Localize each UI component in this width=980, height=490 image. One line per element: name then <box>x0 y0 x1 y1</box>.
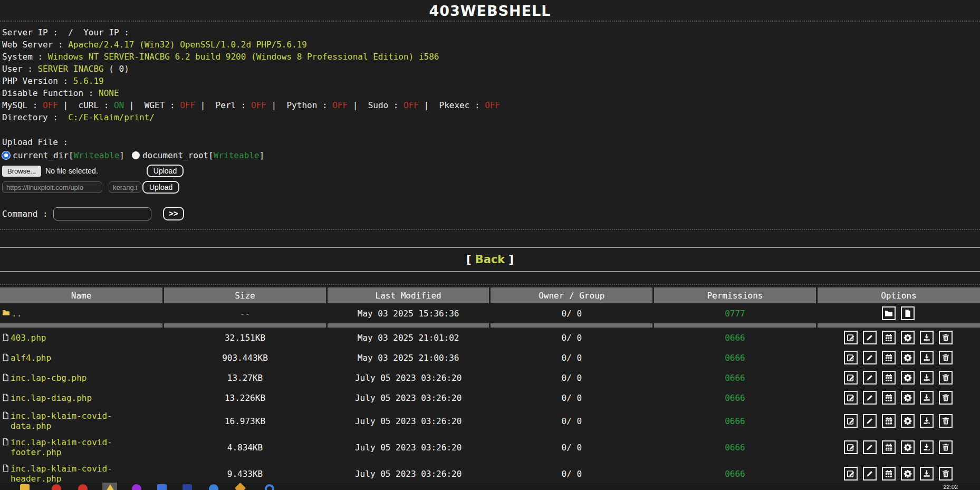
file-link[interactable]: inc.lap-klaim-covid-data.php <box>11 411 136 431</box>
calendar-icon-button[interactable] <box>882 440 896 454</box>
parent-dir-link[interactable]: .. <box>12 309 22 319</box>
file-link[interactable]: inc.lap-klaim-covid-header.php <box>11 464 136 484</box>
calendar-icon-button[interactable] <box>882 391 896 405</box>
file-outline-icon <box>2 437 9 446</box>
calendar-icon-button[interactable] <box>882 467 896 481</box>
taskbar-clock[interactable]: 22:02 <box>943 484 958 490</box>
edit-icon-button[interactable] <box>844 440 858 454</box>
gear-icon-button[interactable] <box>901 331 915 344</box>
radio-current_dir[interactable]: current_dir [ Writeable] <box>2 150 124 160</box>
trash-icon-button[interactable] <box>939 351 953 364</box>
calendar-icon-button[interactable] <box>882 371 896 385</box>
taskbar-app-icon[interactable] <box>235 483 246 490</box>
trash-icon-button[interactable] <box>939 331 953 344</box>
trash-icon-button[interactable] <box>939 414 953 428</box>
options-cell <box>816 303 980 323</box>
download-icon-button[interactable] <box>920 467 934 481</box>
file-link[interactable]: inc.lap-klaim-covid-footer.php <box>11 437 136 457</box>
trash-icon-button[interactable] <box>939 391 953 405</box>
gear-icon-button[interactable] <box>901 391 915 405</box>
download-icon-button[interactable] <box>920 371 934 385</box>
table-separator-row <box>0 323 980 328</box>
taskbar-app-icon[interactable] <box>209 484 218 490</box>
pencil-icon <box>866 417 874 425</box>
taskbar-app-icon[interactable] <box>265 484 274 490</box>
taskbar-app-icon[interactable] <box>78 484 88 490</box>
pencil-icon-button[interactable] <box>863 371 877 385</box>
command-row: Command : >> <box>0 207 980 229</box>
edit-icon-button[interactable] <box>844 331 858 344</box>
file-link[interactable]: 403.php <box>11 333 46 343</box>
calendar-icon-button[interactable] <box>882 414 896 428</box>
gear-icon-button[interactable] <box>901 351 915 364</box>
taskbar-app-icon[interactable] <box>20 484 30 490</box>
edit-icon-button[interactable] <box>844 467 858 481</box>
info-line: Server IP : / Your IP : <box>2 26 980 39</box>
edit-icon-button[interactable] <box>844 414 858 428</box>
remote-filename-input[interactable] <box>109 181 141 193</box>
trash-icon-button[interactable] <box>939 467 953 481</box>
gear-icon-button[interactable] <box>901 371 915 385</box>
file-icon-button[interactable] <box>901 306 915 320</box>
pencil-icon-button[interactable] <box>863 331 877 344</box>
radio-button-icon[interactable] <box>2 151 10 159</box>
gear-icon-button[interactable] <box>901 467 915 481</box>
back-bracket-close: ] <box>508 253 514 266</box>
upload-url-button[interactable]: Upload <box>142 181 179 194</box>
gear-icon-button[interactable] <box>901 414 915 428</box>
modified-cell: July 05 2023 03:26:20 <box>326 408 490 434</box>
trash-icon-button[interactable] <box>939 440 953 454</box>
file-table: NameSizeLast ModifiedOwner / GroupPermis… <box>0 287 980 490</box>
command-input[interactable] <box>53 207 151 220</box>
download-icon-button[interactable] <box>920 331 934 344</box>
calendar-icon-button[interactable] <box>882 351 896 364</box>
pencil-icon <box>866 333 874 342</box>
edit-icon-button[interactable] <box>844 351 858 364</box>
download-icon-button[interactable] <box>920 440 934 454</box>
folder-icon-button[interactable] <box>882 306 896 320</box>
edit-icon-button[interactable] <box>844 391 858 405</box>
pencil-icon-button[interactable] <box>863 414 877 428</box>
file-link[interactable]: alf4.php <box>11 353 51 363</box>
name-cell: inc.lap-klaim-covid-data.php <box>0 408 164 434</box>
upload-section: Upload File : current_dir [ Writeable]do… <box>0 136 980 194</box>
taskbar-app-icon[interactable] <box>157 484 167 490</box>
trash-icon <box>941 469 950 478</box>
owner-cell: 0/ 0 <box>490 408 654 434</box>
file-link[interactable]: inc.lap-cbg.php <box>11 373 87 383</box>
file-outline-icon <box>2 373 9 382</box>
file-link[interactable]: inc.lap-diag.php <box>11 393 92 403</box>
trash-icon <box>941 443 950 451</box>
taskbar-app-icon[interactable] <box>52 484 61 490</box>
size-cell: 13.226KB <box>164 388 327 408</box>
taskbar-app-icon[interactable] <box>182 484 192 490</box>
remote-url-input[interactable] <box>2 181 102 193</box>
edit-icon-button[interactable] <box>844 371 858 385</box>
back-link[interactable]: Back <box>475 253 505 266</box>
taskbar-app-icon[interactable] <box>132 484 141 490</box>
command-execute-button[interactable]: >> <box>163 207 184 220</box>
table-row: inc.lap-cbg.php13.27KBJuly 05 2023 03:26… <box>0 368 980 388</box>
download-icon-button[interactable] <box>920 351 934 364</box>
pencil-icon-button[interactable] <box>863 391 877 405</box>
pencil-icon-button[interactable] <box>863 440 877 454</box>
column-header: Options <box>816 287 980 303</box>
gear-icon <box>904 443 912 451</box>
browse-button[interactable]: Browse... <box>2 166 41 177</box>
download-icon-button[interactable] <box>920 414 934 428</box>
radio-document_root[interactable]: document_root [ Writeable] <box>132 150 264 160</box>
radio-button-icon[interactable] <box>132 151 140 159</box>
pencil-icon-button[interactable] <box>863 351 877 364</box>
owner-cell: 0/ 0 <box>490 368 654 388</box>
parent-dir-row: ..--May 03 2025 15:36:360/ 00777 <box>0 303 980 323</box>
download-icon-button[interactable] <box>920 391 934 405</box>
trash-icon-button[interactable] <box>939 371 953 385</box>
server-info: Server IP : / Your IP :Web Server : Apac… <box>0 22 980 123</box>
command-label: Command : <box>2 209 48 219</box>
gear-icon-button[interactable] <box>901 440 915 454</box>
taskbar-app-icon[interactable] <box>105 484 115 490</box>
calendar-icon-button[interactable] <box>882 331 896 344</box>
upload-file-button[interactable]: Upload <box>147 165 184 177</box>
size-cell: 903.443KB <box>164 348 327 368</box>
pencil-icon-button[interactable] <box>863 467 877 481</box>
